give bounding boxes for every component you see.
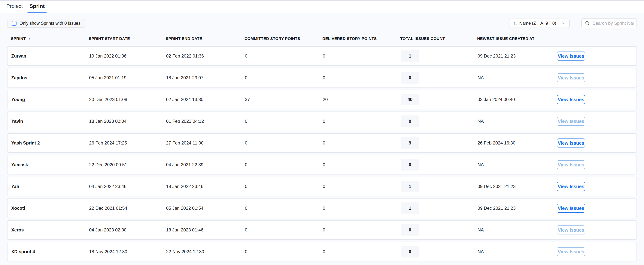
sprint-end-date: 22 Nov 2024 12:30: [166, 249, 245, 254]
sprint-end-date: 02 Jan 2024 13:30: [166, 97, 245, 102]
total-issues-count: 1: [400, 50, 478, 62]
sprint-start-date: 22 Dec 2021 01:54: [89, 206, 166, 211]
delivered-story-points: 0: [323, 162, 400, 167]
row-actions: View Issues: [554, 95, 633, 104]
sprint-start-date: 05 Jan 2021 01:19: [89, 75, 166, 80]
right-controls: ↑↓ Name (Z→A, 9→0): [509, 18, 637, 28]
search-input[interactable]: [592, 21, 634, 26]
view-issues-button[interactable]: View Issues: [557, 95, 585, 104]
total-issues-badge: 1: [400, 50, 420, 62]
sprint-start-date: 04 Jan 2023 02:00: [89, 227, 166, 233]
sprint-table-row: XD sprint 4 18 Nov 2024 12:30 22 Nov 202…: [7, 242, 637, 262]
view-issues-button[interactable]: View Issues: [557, 51, 585, 60]
sprint-name: Yamask: [11, 162, 89, 167]
sprint-name: Zapdos: [11, 75, 89, 80]
zero-issues-checkbox[interactable]: [12, 21, 16, 26]
sprint-table-row: Young 20 Dec 2023 01:08 02 Jan 2024 13:3…: [7, 90, 637, 109]
tab-active-underline: [27, 12, 47, 13]
committed-story-points: 0: [245, 227, 323, 233]
delivered-story-points: 0: [323, 53, 400, 59]
view-issues-button[interactable]: View Issues: [557, 160, 585, 169]
delivered-story-points: 0: [323, 249, 400, 254]
column-header-total-issues: Total Issues Count: [400, 36, 477, 41]
total-issues-badge: 0: [400, 115, 420, 127]
view-issues-button[interactable]: View Issues: [557, 226, 585, 235]
sprint-name: Xeros: [11, 227, 89, 233]
sprint-end-date: 18 Jan 2023 01:46: [166, 227, 245, 233]
sprint-start-date: 22 Dec 2020 00:51: [89, 162, 166, 167]
newest-issue-created-at: NA: [478, 227, 554, 233]
sprint-end-date: 18 Jan 2022 23:46: [166, 184, 245, 189]
newest-issue-created-at: 03 Jan 2024 00:40: [478, 97, 554, 102]
sprint-start-date: 19 Jan 2022 01:36: [89, 53, 166, 59]
tab-sprint[interactable]: Sprint: [26, 0, 48, 13]
newest-issue-created-at: NA: [478, 249, 554, 254]
total-issues-count: 40: [400, 94, 478, 105]
sort-updown-icon: ↑↓: [513, 21, 516, 26]
sprint-table-row: Yamask 22 Dec 2020 00:51 04 Jan 2021 22:…: [7, 155, 637, 175]
total-issues-badge: 1: [400, 181, 420, 192]
committed-story-points: 0: [245, 184, 323, 189]
newest-issue-created-at: 09 Dec 2021 21:23: [478, 184, 554, 189]
view-issues-button[interactable]: View Issues: [557, 117, 585, 126]
committed-story-points: 0: [245, 206, 323, 211]
sprint-end-date: 04 Jan 2021 22:39: [166, 162, 245, 167]
newest-issue-created-at: 09 Dec 2021 21:23: [478, 53, 554, 59]
sort-desc-triangle-icon: ▼: [28, 37, 31, 40]
newest-issue-created-at: NA: [478, 119, 554, 124]
sprint-table-row: Xeros 04 Jan 2023 02:00 18 Jan 2023 01:4…: [7, 220, 637, 240]
sprint-end-date: 27 Feb 2024 11:00: [166, 140, 245, 146]
delivered-story-points: 0: [323, 75, 400, 80]
row-actions: View Issues: [554, 204, 633, 213]
sprint-end-date: 01 Feb 2023 04:12: [166, 119, 245, 124]
row-actions: View Issues: [554, 247, 633, 256]
tab-bar: Project Sprint: [0, 0, 644, 13]
total-issues-count: 0: [400, 115, 478, 127]
view-issues-button[interactable]: View Issues: [557, 73, 585, 82]
sprint-name: XD sprint 4: [11, 249, 89, 254]
committed-story-points: 37: [245, 97, 323, 102]
delivered-story-points: 0: [323, 227, 400, 233]
column-header-end-date: Sprint End Date: [166, 36, 244, 41]
newest-issue-created-at: 09 Dec 2021 21:23: [478, 206, 554, 211]
sort-dropdown[interactable]: ↑↓ Name (Z→A, 9→0): [509, 18, 570, 28]
total-issues-count: 9: [400, 137, 478, 149]
sprint-list: Zurvan 19 Jan 2022 01:36 02 Feb 2022 01:…: [7, 46, 637, 262]
sprint-name: Yavin: [11, 119, 89, 124]
sprint-start-date: 04 Jan 2022 23:46: [89, 184, 166, 189]
view-issues-button[interactable]: View Issues: [557, 139, 585, 148]
view-issues-button[interactable]: View Issues: [557, 247, 585, 256]
row-actions: View Issues: [554, 139, 633, 148]
sprint-start-date: 18 Nov 2024 12:30: [89, 249, 166, 254]
delivered-story-points: 20: [323, 97, 400, 102]
row-actions: View Issues: [554, 160, 633, 169]
sprint-start-date: 26 Feb 2024 17:25: [89, 140, 166, 146]
chevron-down-icon: [562, 21, 566, 25]
column-header-committed-points: Committed Story Points: [244, 36, 322, 41]
newest-issue-created-at: NA: [478, 75, 554, 80]
total-issues-badge: 9: [400, 137, 420, 149]
column-header-newest-issue: Newest Issue Created At: [477, 36, 554, 41]
sprint-page-content: Only show Sprints with 0 Issues ↑↓ Name …: [0, 13, 644, 265]
delivered-story-points: 0: [323, 140, 400, 146]
sprint-table-row: Yavin 18 Jan 2023 02:04 01 Feb 2023 04:1…: [7, 111, 637, 131]
sprint-end-date: 18 Jan 2021 23:07: [166, 75, 245, 80]
column-header-delivered-points: Delivered Story Points: [322, 36, 400, 41]
total-issues-count: 0: [400, 72, 478, 84]
committed-story-points: 0: [245, 140, 323, 146]
filter-toolbar: Only show Sprints with 0 Issues ↑↓ Name …: [7, 18, 637, 28]
sprint-table-row: Zurvan 19 Jan 2022 01:36 02 Feb 2022 01:…: [7, 46, 637, 66]
column-header-sprint[interactable]: Sprint ▼: [11, 36, 89, 41]
sprint-table-row: Yash Sprint 2 26 Feb 2024 17:25 27 Feb 2…: [7, 133, 637, 153]
view-issues-button[interactable]: View Issues: [557, 204, 585, 213]
sprint-start-date: 20 Dec 2023 01:08: [89, 97, 166, 102]
tab-project-label: Project: [6, 3, 23, 9]
tab-project[interactable]: Project: [3, 0, 26, 13]
total-issues-count: 0: [400, 224, 478, 236]
total-issues-count: 0: [400, 159, 478, 171]
view-issues-button[interactable]: View Issues: [557, 182, 585, 191]
committed-story-points: 0: [245, 75, 323, 80]
zero-issues-filter[interactable]: Only show Sprints with 0 Issues: [7, 19, 85, 28]
newest-issue-created-at: 26 Feb 2024 16:30: [478, 140, 554, 146]
total-issues-badge: 0: [400, 159, 420, 171]
